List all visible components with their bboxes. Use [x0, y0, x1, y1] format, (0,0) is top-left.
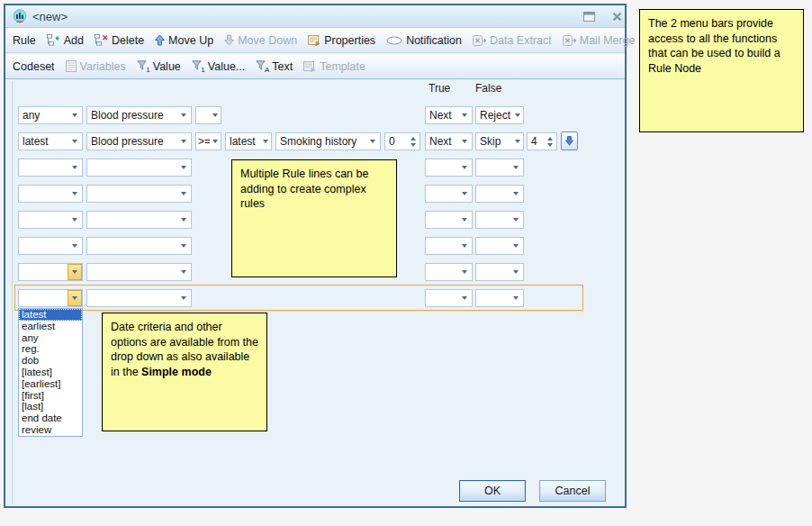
row2-compare-codeset-combo[interactable]: Smoking history — [275, 132, 381, 150]
row6-period-combo[interactable] — [18, 237, 83, 255]
chevron-down-icon[interactable] — [68, 264, 82, 280]
row3-period-combo[interactable] — [18, 159, 83, 177]
list-item[interactable]: end date — [19, 413, 82, 424]
list-item[interactable]: any — [19, 332, 82, 344]
row4-period-combo[interactable] — [18, 185, 83, 203]
row4-codeset-combo[interactable] — [86, 185, 192, 203]
list-item[interactable]: [last] — [19, 401, 82, 413]
row2-codeset-combo[interactable]: Blood pressure — [86, 132, 192, 150]
chevron-down-icon[interactable] — [509, 264, 523, 280]
row2-compare-period-combo[interactable]: latest — [225, 132, 272, 150]
row8-true-action-combo[interactable] — [425, 289, 473, 307]
chevron-down-icon[interactable] — [68, 290, 82, 306]
row3-true-action-combo[interactable] — [425, 159, 473, 177]
close-button[interactable] — [609, 9, 625, 23]
chevron-down-icon[interactable] — [509, 186, 523, 202]
row5-period-combo[interactable] — [18, 211, 83, 229]
chevron-down-icon[interactable] — [68, 238, 82, 254]
row7-false-action-combo[interactable] — [475, 263, 524, 281]
row4-false-action-combo[interactable] — [475, 185, 524, 203]
delete-button[interactable]: Delete — [95, 34, 144, 47]
chevron-down-icon[interactable] — [176, 264, 191, 280]
move-up-button[interactable]: Move Up — [155, 34, 213, 47]
chevron-down-icon[interactable] — [68, 133, 82, 150]
chevron-down-icon[interactable] — [176, 107, 191, 123]
list-item[interactable]: earliest — [19, 321, 82, 332]
chevron-down-icon[interactable] — [176, 238, 191, 254]
chevron-down-icon[interactable] — [68, 186, 82, 202]
row4-true-action-combo[interactable] — [425, 185, 473, 203]
row1-operator-combo[interactable] — [195, 106, 221, 124]
chevron-down-icon[interactable] — [260, 133, 271, 150]
row1-codeset-combo[interactable]: Blood pressure — [86, 106, 192, 124]
row8-false-action-combo[interactable] — [475, 289, 524, 307]
row2-value-spinner[interactable]: 0 — [384, 132, 420, 150]
jump-down-button[interactable] — [561, 132, 578, 150]
chevron-down-icon[interactable] — [509, 212, 523, 228]
chevron-down-icon[interactable] — [512, 133, 523, 150]
list-item[interactable]: [latest] — [19, 367, 82, 378]
value-button[interactable]: 1 Value — [137, 60, 181, 73]
row2-skip-count-spinner[interactable]: 4 — [527, 132, 557, 150]
row2-false-action-combo[interactable]: Skip — [475, 132, 524, 150]
list-item[interactable]: [earliest] — [19, 378, 82, 390]
list-item[interactable]: reg. — [19, 343, 82, 355]
row1-false-action-combo[interactable]: Reject — [475, 106, 524, 124]
spinner-buttons[interactable] — [544, 133, 556, 150]
chevron-down-icon[interactable] — [68, 159, 82, 176]
chevron-down-icon[interactable] — [176, 186, 191, 202]
menu-rule[interactable]: Rule — [13, 34, 36, 47]
chevron-down-icon[interactable] — [457, 186, 472, 202]
notification-button[interactable]: Notification — [386, 34, 462, 47]
chevron-down-icon[interactable] — [457, 159, 472, 176]
value-ellipsis-button[interactable]: 1 Value... — [192, 60, 245, 73]
row2-period-combo[interactable]: latest — [18, 132, 83, 150]
row3-codeset-combo[interactable] — [86, 159, 192, 177]
row7-true-action-combo[interactable] — [425, 263, 473, 281]
add-button[interactable]: Add — [47, 34, 84, 47]
row1-true-action-combo[interactable]: Next — [425, 106, 473, 124]
row5-true-action-combo[interactable] — [425, 211, 473, 229]
list-item[interactable]: [first] — [19, 390, 82, 402]
row6-false-action-combo[interactable] — [475, 237, 524, 255]
chevron-down-icon[interactable] — [176, 133, 191, 150]
properties-button[interactable]: Properties — [308, 34, 375, 47]
row5-codeset-combo[interactable] — [86, 211, 192, 229]
row8-codeset-combo[interactable] — [86, 289, 192, 307]
row5-false-action-combo[interactable] — [475, 211, 524, 229]
row6-codeset-combo[interactable] — [86, 237, 192, 255]
chevron-down-icon[interactable] — [457, 238, 472, 254]
row2-true-action-combo[interactable]: Next — [425, 132, 473, 150]
chevron-down-icon[interactable] — [509, 159, 523, 176]
text-button[interactable]: A Text — [256, 60, 293, 73]
chevron-down-icon[interactable] — [176, 159, 191, 176]
list-item[interactable]: dob — [19, 355, 82, 367]
chevron-down-icon[interactable] — [457, 264, 472, 280]
list-item[interactable]: latest — [19, 309, 82, 321]
chevron-down-icon[interactable] — [457, 212, 472, 228]
row2-operator-combo[interactable]: >= — [195, 132, 221, 150]
chevron-down-icon[interactable] — [210, 133, 221, 150]
chevron-down-icon[interactable] — [68, 107, 82, 123]
row7-period-combo[interactable] — [18, 263, 83, 281]
chevron-down-icon[interactable] — [176, 290, 191, 306]
chevron-down-icon[interactable] — [509, 238, 523, 254]
spinner-buttons[interactable] — [407, 133, 420, 150]
chevron-down-icon[interactable] — [512, 107, 523, 123]
chevron-down-icon[interactable] — [68, 212, 82, 228]
chevron-down-icon[interactable] — [457, 107, 472, 123]
menu-codeset[interactable]: Codeset — [13, 60, 55, 73]
restore-button[interactable] — [581, 9, 597, 23]
row8-period-combo[interactable] — [18, 289, 83, 307]
chevron-down-icon[interactable] — [509, 290, 523, 306]
row7-codeset-combo[interactable] — [86, 263, 192, 281]
row3-false-action-combo[interactable] — [475, 159, 524, 177]
chevron-down-icon[interactable] — [176, 212, 191, 228]
chevron-down-icon[interactable] — [457, 133, 472, 150]
chevron-down-icon[interactable] — [365, 133, 380, 150]
row1-period-combo[interactable]: any — [18, 106, 83, 124]
row6-true-action-combo[interactable] — [425, 237, 473, 255]
chevron-down-icon[interactable] — [210, 107, 221, 123]
cancel-button[interactable]: Cancel — [539, 480, 606, 502]
list-item[interactable]: review — [19, 424, 82, 436]
